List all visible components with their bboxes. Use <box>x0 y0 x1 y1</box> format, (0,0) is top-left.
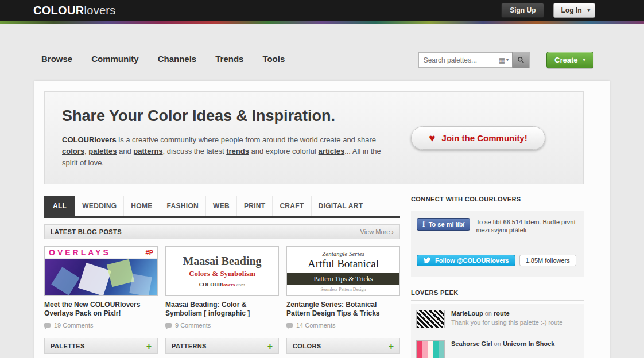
tab-wedding[interactable]: WEDDING <box>75 196 124 216</box>
blog-post-thumbnail-maasai[interactable]: Maasai Beading Colors & Symbolism COLOUR… <box>165 246 279 296</box>
zentangle-series-text: Zentangle Series <box>322 250 364 257</box>
twitter-widget: Follow @COLOURlovers 1.85M followers <box>417 255 578 266</box>
colors-label: COLORS <box>293 343 321 349</box>
peek-palette-thumbnail[interactable] <box>416 340 445 358</box>
blog-post-card: Zentangle Series Artful Botanical Patter… <box>286 246 400 329</box>
join-community-label: Join the Community! <box>442 133 527 143</box>
zentangle-band-text: Pattern Tips & Tricks <box>287 273 399 285</box>
hero-cta-area: ♥ Join the Community! <box>390 126 566 150</box>
twitter-bird-icon <box>423 257 431 264</box>
content-section-bars: PALETTES + PATTERNS + COLORS + <box>44 338 400 354</box>
nav-item-tools[interactable]: Tools <box>262 54 285 64</box>
search-button[interactable] <box>512 52 529 68</box>
palettes-label: PALETTES <box>51 343 85 349</box>
blog-post-cards: OVERLAYS #P Meet the New COLOURlovers Ov… <box>44 246 400 329</box>
overlays-masthead: OVERLAYS #P <box>45 247 157 259</box>
connect-box: f To se mi líbí To se líbí 66.514 lidem.… <box>411 211 584 277</box>
peek-item-text: Seahorse Girl on Unicorn In Shock <box>451 340 554 358</box>
caret-down-icon: ▾ <box>583 57 585 63</box>
main-columns: ALL WEDDING HOME FASHION WEB PRINT CRAFT… <box>44 196 600 358</box>
search-type-dropdown[interactable]: ▦ ▾ <box>495 53 512 67</box>
intro-segment: is a creative community where people fro… <box>117 135 376 144</box>
overlay-shape <box>78 263 111 296</box>
zentangle-title-text: Artful Botanical <box>308 258 379 270</box>
blog-post-thumbnail-zentangle[interactable]: Zentangle Series Artful Botanical Patter… <box>286 246 400 296</box>
header-actions: Sign Up Log In ▾ <box>501 3 595 18</box>
sidebar: CONNECT WITH COLOURLOVERS f To se mi líb… <box>411 196 584 358</box>
twitter-followers-count[interactable]: 1.85M followers <box>519 255 576 266</box>
blog-post-card: Maasai Beading Colors & Symbolism COLOUR… <box>165 246 279 329</box>
articles-link[interactable]: articles <box>319 147 345 155</box>
view-more-link[interactable]: View More › <box>360 228 394 235</box>
nav-right-controls: ▦ ▾ Create ▾ <box>418 52 593 68</box>
heart-icon: ♥ <box>429 133 435 143</box>
lovers-peek-heading: LOVERS PEEK <box>411 289 584 301</box>
peek-name-line: Seahorse Girl on Unicorn In Shock <box>451 340 554 347</box>
nav-item-browse[interactable]: Browse <box>41 54 72 64</box>
nav-item-trends[interactable]: Trends <box>215 54 243 64</box>
peek-item-link[interactable]: Unicorn In Shock <box>503 340 554 347</box>
page-title: Share Your Color Ideas & Inspiration. <box>62 107 390 125</box>
nav-item-channels[interactable]: Channels <box>158 54 197 64</box>
tab-fashion[interactable]: FASHION <box>160 196 206 216</box>
peek-pattern-thumbnail[interactable] <box>416 310 445 328</box>
left-column: ALL WEDDING HOME FASHION WEB PRINT CRAFT… <box>44 196 400 358</box>
intro-segment: and explore colorful <box>249 147 319 155</box>
comment-count[interactable]: 9 Comments <box>175 322 211 329</box>
comment-count[interactable]: 19 Comments <box>54 322 93 329</box>
palettes-section-header[interactable]: PALETTES + <box>44 338 158 354</box>
comment-icon <box>286 323 293 328</box>
colourlovers-logo[interactable]: COLOURlovers <box>33 4 116 17</box>
join-community-button[interactable]: ♥ Join the Community! <box>411 126 545 150</box>
create-button[interactable]: Create ▾ <box>546 52 593 68</box>
peek-connector: on <box>485 310 492 317</box>
log-in-button[interactable]: Log In ▾ <box>553 3 595 18</box>
blog-post-thumbnail-overlays[interactable]: OVERLAYS #P <box>44 246 158 296</box>
top-header-bar: COLOURlovers Sign Up Log In ▾ <box>0 0 644 21</box>
comment-icon <box>44 323 51 328</box>
plus-icon[interactable]: + <box>146 343 152 349</box>
blog-post-title[interactable]: Maasai Beading: Color & Symbolism [ info… <box>165 301 279 318</box>
peek-connector: on <box>494 340 501 347</box>
search-input[interactable] <box>419 56 495 64</box>
colors-link[interactable]: colors <box>62 147 84 155</box>
section-title: LATEST BLOG POSTS <box>51 228 122 235</box>
latest-blog-posts-header: LATEST BLOG POSTS View More › <box>44 224 400 239</box>
tab-home[interactable]: HOME <box>124 196 160 216</box>
peek-item-link[interactable]: route <box>494 310 510 317</box>
logo-lovers-part: lovers <box>84 4 115 17</box>
tab-craft[interactable]: CRAFT <box>273 196 311 216</box>
main-navigation-row: Browse Community Channels Trends Tools ▦… <box>34 52 610 72</box>
tab-web[interactable]: WEB <box>206 196 237 216</box>
search-icon <box>517 56 525 64</box>
comment-count[interactable]: 14 Comments <box>296 322 335 329</box>
twitter-follow-button[interactable]: Follow @COLOURlovers <box>417 255 515 266</box>
tab-all[interactable]: ALL <box>44 196 75 216</box>
facebook-icon: f <box>422 220 425 228</box>
blog-post-title[interactable]: Zentangle Series: Botanical Pattern Desi… <box>286 301 400 318</box>
tab-print[interactable]: PRINT <box>237 196 273 216</box>
lovers-peek-list: MarieLoup on route Thank you for using t… <box>411 304 584 358</box>
peek-user-link[interactable]: MarieLoup <box>451 310 483 317</box>
tab-digital-art[interactable]: DIGITAL ART <box>312 196 371 216</box>
caret-down-icon: ▾ <box>506 58 509 63</box>
plus-icon[interactable]: + <box>267 343 273 349</box>
peek-user-link[interactable]: Seahorse Girl <box>451 340 492 347</box>
facebook-like-button[interactable]: f To se mi líbí <box>417 218 470 231</box>
sign-up-button[interactable]: Sign Up <box>501 3 544 18</box>
palettes-link[interactable]: palettes <box>88 147 117 155</box>
comment-icon <box>165 323 172 328</box>
nav-item-community[interactable]: Community <box>91 54 139 64</box>
blog-post-title[interactable]: Meet the New COLOURlovers Overlays Pack … <box>44 301 158 318</box>
trends-link[interactable]: trends <box>226 147 249 155</box>
overlays-tag-text: #P <box>146 249 153 256</box>
blog-post-meta: 9 Comments <box>165 322 279 329</box>
plus-icon[interactable]: + <box>389 343 394 349</box>
maasai-site-com: .com <box>235 282 245 287</box>
intro-segment: and <box>117 147 133 155</box>
list-item: MarieLoup on route Thank you for using t… <box>411 304 584 334</box>
patterns-link[interactable]: patterns <box>133 147 162 155</box>
log-in-label: Log In <box>561 6 581 14</box>
colors-section-header[interactable]: COLORS + <box>286 338 400 354</box>
patterns-section-header[interactable]: PATTERNS + <box>165 338 279 354</box>
